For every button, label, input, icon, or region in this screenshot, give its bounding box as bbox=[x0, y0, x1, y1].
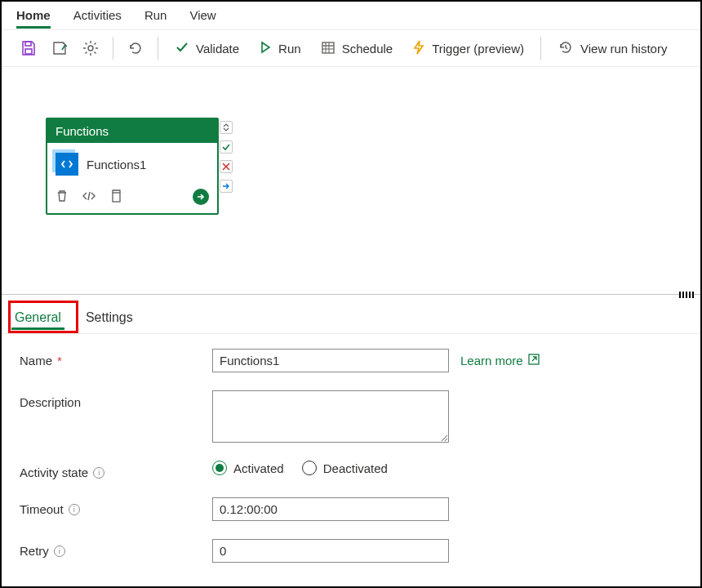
run-label: Run bbox=[278, 42, 301, 56]
top-tab-strip: Home Activities Run View bbox=[2, 2, 700, 29]
save-icon[interactable] bbox=[15, 34, 42, 62]
radio-deactivated[interactable]: Deactivated bbox=[302, 461, 388, 475]
general-form: Name* Learn more Description Activity st… bbox=[2, 334, 700, 588]
play-icon bbox=[259, 41, 272, 56]
svg-rect-1 bbox=[25, 49, 32, 54]
command-bar: Validate Run Schedule Trigger (preview) … bbox=[2, 29, 700, 67]
learn-more-link[interactable]: Learn more bbox=[460, 354, 540, 368]
svg-rect-3 bbox=[322, 42, 334, 53]
lightning-icon bbox=[412, 40, 425, 57]
side-fail-icon[interactable] bbox=[220, 160, 233, 173]
activity-node-functions[interactable]: Functions Functions1 bbox=[46, 118, 219, 215]
side-expand-icon[interactable] bbox=[220, 121, 233, 134]
advanced-toggle[interactable]: Advanced bbox=[20, 581, 682, 588]
detail-tab-general[interactable]: General bbox=[11, 304, 64, 333]
view-history-button[interactable]: View run history bbox=[549, 34, 675, 62]
info-icon[interactable]: i bbox=[54, 546, 65, 557]
retry-label: Retry i bbox=[20, 539, 212, 558]
trigger-button[interactable]: Trigger (preview) bbox=[404, 34, 532, 62]
detail-tab-strip: General Settings bbox=[2, 299, 700, 334]
info-icon[interactable]: i bbox=[93, 467, 104, 479]
schedule-label: Schedule bbox=[342, 42, 393, 56]
radio-activated[interactable]: Activated bbox=[212, 461, 284, 475]
timeout-input[interactable] bbox=[212, 497, 449, 521]
undo-icon[interactable] bbox=[122, 34, 149, 62]
copy-icon[interactable] bbox=[109, 189, 122, 205]
description-input[interactable] bbox=[212, 390, 449, 443]
pipeline-canvas[interactable]: Functions Functions1 bbox=[2, 67, 700, 294]
delete-icon[interactable] bbox=[56, 189, 69, 205]
chevron-right-icon bbox=[21, 584, 31, 588]
side-success-icon[interactable] bbox=[220, 140, 233, 154]
top-tab-run[interactable]: Run bbox=[144, 3, 167, 29]
top-tab-view[interactable]: View bbox=[189, 3, 215, 29]
discard-icon[interactable] bbox=[46, 34, 73, 62]
check-icon bbox=[175, 40, 189, 57]
schedule-button[interactable]: Schedule bbox=[313, 34, 402, 62]
svg-rect-0 bbox=[25, 42, 31, 46]
svg-rect-8 bbox=[113, 193, 120, 202]
name-input[interactable] bbox=[212, 349, 449, 372]
validate-label: Validate bbox=[196, 42, 239, 56]
timeout-label: Timeout i bbox=[20, 497, 212, 516]
detail-tab-settings[interactable]: Settings bbox=[82, 304, 136, 333]
functions-icon bbox=[56, 153, 78, 176]
history-label: View run history bbox=[580, 42, 667, 56]
top-tab-home[interactable]: Home bbox=[16, 3, 51, 29]
activity-type-label: Functions bbox=[47, 119, 217, 143]
run-step-icon[interactable] bbox=[193, 189, 209, 205]
calendar-icon bbox=[321, 40, 335, 57]
side-skip-icon[interactable] bbox=[220, 180, 233, 193]
history-icon bbox=[558, 39, 574, 58]
activity-state-label: Activity state i bbox=[20, 461, 212, 479]
retry-input[interactable] bbox=[212, 539, 449, 563]
settings-gear-icon[interactable] bbox=[77, 34, 104, 62]
external-link-icon bbox=[528, 354, 540, 368]
top-tab-activities[interactable]: Activities bbox=[73, 3, 122, 29]
trigger-label: Trigger (preview) bbox=[432, 42, 524, 56]
node-side-controls bbox=[219, 118, 233, 193]
activity-name-label: Functions1 bbox=[87, 158, 146, 172]
info-icon[interactable]: i bbox=[69, 504, 80, 515]
svg-point-2 bbox=[88, 46, 93, 51]
code-icon[interactable] bbox=[82, 190, 96, 204]
validate-button[interactable]: Validate bbox=[167, 34, 247, 62]
run-button[interactable]: Run bbox=[251, 34, 309, 62]
name-label: Name* bbox=[20, 349, 212, 368]
description-label: Description bbox=[20, 390, 212, 409]
